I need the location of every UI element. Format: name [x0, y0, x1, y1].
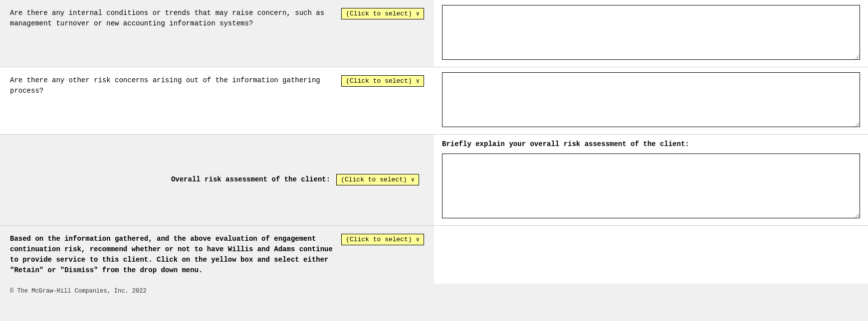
- internal-conditions-question: Are there any internal conditions or tre…: [10, 8, 335, 29]
- other-risk-textarea[interactable]: [442, 72, 860, 127]
- overall-dropdown-label: (Click to select): [341, 176, 407, 183]
- recommendation-question: Based on the information gathered, and t…: [10, 234, 335, 276]
- internal-conditions-text: Are there any internal conditions or tre…: [10, 9, 324, 27]
- overall-risk-row: Overall risk assessment of the client: (…: [0, 135, 868, 226]
- other-risk-left: Are there any other risk concerns arisin…: [0, 67, 434, 134]
- recommendation-row: Based on the information gathered, and t…: [0, 226, 868, 284]
- footer: © The McGraw-Hill Companies, Inc. 2022: [0, 284, 868, 299]
- overall-right: Briefly explain your overall risk assess…: [434, 135, 868, 225]
- recommendation-left: Based on the information gathered, and t…: [0, 226, 434, 284]
- overall-dropdown[interactable]: (Click to select) ∨: [336, 174, 419, 185]
- other-risk-dropdown[interactable]: (Click to select) ∨: [341, 75, 424, 87]
- other-risk-dropdown-label: (Click to select): [346, 77, 412, 85]
- recommendation-dropdown-label: (Click to select): [346, 236, 412, 243]
- internal-conditions-dropdown-wrapper: (Click to select) ∨: [341, 8, 424, 19]
- chevron-down-icon: ∨: [416, 10, 420, 17]
- internal-conditions-textarea[interactable]: [442, 5, 860, 60]
- chevron-down-icon: ∨: [416, 236, 420, 243]
- recommendation-dropdown-wrapper: (Click to select) ∨: [341, 234, 424, 245]
- overall-textarea[interactable]: [442, 154, 860, 218]
- chevron-down-icon: ∨: [411, 176, 415, 183]
- internal-conditions-right: [434, 0, 868, 67]
- overall-label-row: Overall risk assessment of the client: (…: [171, 174, 419, 185]
- other-risk-right: [434, 67, 868, 134]
- overall-label: Overall risk assessment of the client:: [171, 174, 330, 185]
- footer-text: © The McGraw-Hill Companies, Inc. 2022: [10, 288, 147, 295]
- internal-conditions-dropdown-label: (Click to select): [346, 10, 412, 17]
- recommendation-text: Based on the information gathered, and t…: [10, 235, 333, 274]
- overall-left: Overall risk assessment of the client: (…: [0, 135, 434, 225]
- other-risk-text: Are there any other risk concerns arisin…: [10, 76, 320, 95]
- other-risk-dropdown-wrapper: (Click to select) ∨: [341, 75, 424, 87]
- recommendation-dropdown[interactable]: (Click to select) ∨: [341, 234, 424, 245]
- other-risk-question: Are there any other risk concerns arisin…: [10, 75, 335, 96]
- recommendation-right: [434, 226, 868, 284]
- brief-explain-label: Briefly explain your overall risk assess…: [442, 140, 860, 150]
- internal-conditions-left: Are there any internal conditions or tre…: [0, 0, 434, 67]
- other-risk-row: Are there any other risk concerns arisin…: [0, 67, 868, 135]
- page-container: Are there any internal conditions or tre…: [0, 0, 868, 299]
- chevron-down-icon: ∨: [416, 77, 420, 85]
- internal-conditions-row: Are there any internal conditions or tre…: [0, 0, 868, 67]
- internal-conditions-dropdown[interactable]: (Click to select) ∨: [341, 8, 424, 19]
